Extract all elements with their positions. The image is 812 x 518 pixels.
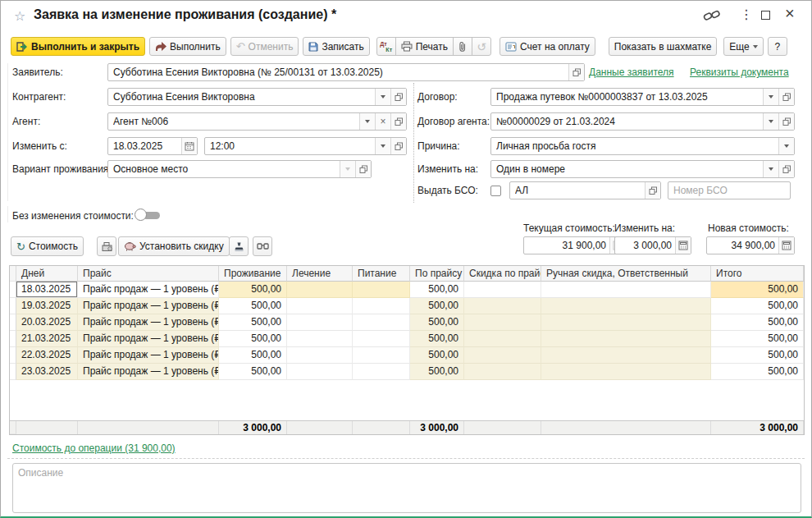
cell-day[interactable]: 19.03.2025	[16, 298, 78, 314]
bso-number-input[interactable]	[668, 182, 790, 199]
reason-field[interactable]	[490, 137, 795, 155]
cost-before-operation-link[interactable]: Стоимость до операции (31 900,00)	[12, 439, 176, 457]
cell-food[interactable]	[353, 364, 410, 380]
open-button[interactable]	[390, 113, 406, 130]
dropdown-button[interactable]	[763, 113, 778, 130]
cell-day[interactable]: 23.03.2025	[16, 364, 78, 380]
cell-day[interactable]: 22.03.2025	[16, 347, 78, 364]
cell-food[interactable]	[353, 347, 410, 364]
contract-input[interactable]	[491, 89, 763, 105]
calc-button[interactable]	[778, 237, 794, 254]
clear-button[interactable]: ×	[375, 113, 390, 130]
set-discount-button[interactable]: Установить скидку	[118, 236, 230, 256]
execute-button[interactable]: Выполнить	[149, 37, 226, 56]
dropdown-button[interactable]	[778, 138, 794, 154]
cell-food[interactable]	[353, 331, 410, 347]
cost-button[interactable]: ↻ Стоимость	[11, 236, 84, 256]
cell-day[interactable]: 18.03.2025	[16, 282, 78, 298]
new-cost-input[interactable]	[707, 237, 778, 254]
cell-total[interactable]: 500,00	[711, 364, 804, 380]
open-button[interactable]	[390, 138, 406, 154]
cell-manual_discount[interactable]	[541, 314, 711, 331]
open-button[interactable]	[778, 161, 794, 177]
new-cost-field[interactable]	[706, 236, 795, 254]
history-button[interactable]: ↺	[472, 37, 491, 56]
agent-contract-field[interactable]	[490, 112, 795, 131]
open-button[interactable]	[778, 113, 794, 130]
no-price-change-toggle[interactable]	[135, 209, 161, 222]
kebab-menu-icon[interactable]: ⋮	[740, 7, 753, 22]
cell-price_discount[interactable]	[464, 314, 541, 331]
contract-field[interactable]	[490, 88, 795, 106]
calc-button[interactable]	[675, 237, 691, 254]
cell-by_price[interactable]: 500,00	[410, 282, 464, 298]
current-cost-field[interactable]	[523, 236, 626, 254]
cell-price_discount[interactable]	[464, 298, 541, 314]
agent-field[interactable]: ×	[107, 112, 407, 131]
cell-by_price[interactable]: 500,00	[410, 314, 464, 331]
change-from-date-input[interactable]	[108, 138, 181, 154]
change-cost-field[interactable]	[614, 236, 691, 254]
cell-price[interactable]: Прайс продаж — 1 уровень (₽)	[78, 364, 219, 380]
cell-total[interactable]: 500,00	[711, 347, 804, 364]
stay-variant-input[interactable]	[108, 161, 340, 177]
open-button[interactable]	[390, 89, 406, 105]
cell-total[interactable]: 500,00	[711, 331, 804, 347]
cell-accommodation[interactable]: 500,00	[219, 331, 287, 347]
open-button[interactable]	[355, 161, 371, 177]
counterparty-field[interactable]	[107, 88, 407, 106]
agent-contract-input[interactable]	[491, 113, 763, 130]
show-in-chess-button[interactable]: Показать в шахматке	[609, 37, 718, 56]
cell-food[interactable]	[353, 298, 410, 314]
agent-input[interactable]	[108, 113, 359, 130]
cell-price[interactable]: Прайс продаж — 1 уровень (₽)	[78, 314, 219, 331]
cell-total[interactable]: 500,00	[711, 282, 804, 298]
dropdown-button-disabled[interactable]	[340, 161, 355, 177]
cell-price[interactable]: Прайс продаж — 1 уровень (₽)	[78, 282, 219, 298]
cell-treatment[interactable]	[287, 364, 353, 380]
open-button[interactable]	[778, 89, 794, 105]
view-button[interactable]	[253, 236, 272, 256]
cell-by_price[interactable]: 500,00	[410, 331, 464, 347]
dropdown-button[interactable]	[375, 138, 390, 154]
cell-treatment[interactable]	[287, 298, 353, 314]
cell-food[interactable]	[353, 314, 410, 331]
cell-manual_discount[interactable]	[541, 347, 711, 364]
cell-accommodation[interactable]: 500,00	[219, 314, 287, 331]
change-to-input[interactable]	[491, 161, 763, 177]
cancel-button[interactable]: ↶ Отменить	[230, 37, 299, 56]
cell-day[interactable]: 20.03.2025	[16, 314, 78, 331]
cell-price[interactable]: Прайс продаж — 1 уровень (₽)	[78, 347, 219, 364]
open-button[interactable]	[645, 182, 660, 199]
dropdown-button[interactable]	[359, 113, 375, 130]
maximize-button[interactable]	[761, 11, 770, 20]
bso-checkbox[interactable]	[490, 186, 501, 196]
current-cost-input[interactable]	[524, 237, 609, 254]
attach-link-button[interactable]	[453, 37, 472, 56]
applicant-input[interactable]	[108, 64, 568, 80]
cell-accommodation[interactable]: 500,00	[219, 282, 287, 298]
dropdown-button[interactable]	[763, 89, 778, 105]
applicant-field[interactable]	[107, 63, 585, 81]
cell-treatment[interactable]	[287, 282, 353, 298]
stamp-button[interactable]	[229, 236, 249, 256]
cell-manual_discount[interactable]	[541, 364, 711, 380]
help-button[interactable]: ?	[768, 37, 787, 56]
cell-manual_discount[interactable]	[541, 331, 711, 347]
dropdown-button[interactable]	[375, 89, 390, 105]
cell-by_price[interactable]: 500,00	[410, 298, 464, 314]
change-from-time-input[interactable]	[205, 138, 375, 154]
change-cost-input[interactable]	[615, 237, 675, 254]
cell-manual_discount[interactable]	[541, 298, 711, 314]
change-to-field[interactable]	[490, 160, 795, 178]
reason-input[interactable]	[491, 138, 778, 154]
change-from-date-field[interactable]	[107, 137, 198, 155]
stay-variant-field[interactable]	[107, 160, 372, 178]
counterparty-input[interactable]	[108, 89, 375, 105]
cell-accommodation[interactable]: 500,00	[219, 364, 287, 380]
cell-by_price[interactable]: 500,00	[410, 347, 464, 364]
cell-price[interactable]: Прайс продаж — 1 уровень (₽)	[78, 331, 219, 347]
cell-accommodation[interactable]: 500,00	[219, 298, 287, 314]
cell-manual_discount[interactable]	[541, 282, 711, 298]
cell-price[interactable]: Прайс продаж — 1 уровень (₽)	[78, 298, 219, 314]
